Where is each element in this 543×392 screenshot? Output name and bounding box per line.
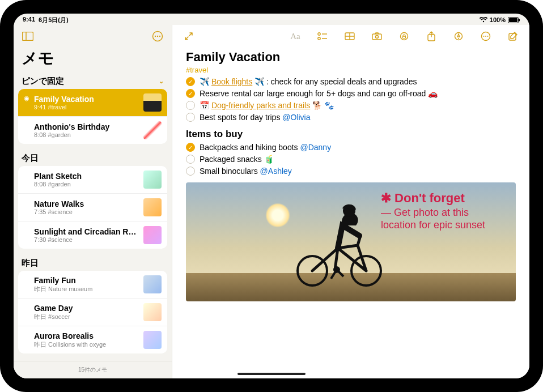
ipad-frame: 9:41 6月5日(月) ••• 100%: [0, 0, 543, 392]
checklist-item[interactable]: Small binoculars @Ashley: [186, 167, 516, 176]
note-thumbnail: [143, 198, 162, 216]
note-item-family-vacation[interactable]: ◉ Family Vacation 9:41 #travel: [18, 89, 167, 117]
more-menu-icon[interactable]: [149, 28, 166, 45]
chevron-down-icon: ⌄: [159, 78, 164, 85]
note-image[interactable]: ✱ Don't forget — Get photo at this locat…: [186, 182, 516, 301]
text-format-icon[interactable]: Aa: [287, 28, 304, 45]
note-item[interactable]: Sunlight and Circadian Rhy... 7:30 #scie…: [18, 221, 167, 249]
note-editor: Aa Family Vacation #travel: [172, 25, 529, 378]
status-date: 6月5日(月): [39, 16, 69, 24]
svg-point-7: [157, 36, 158, 37]
screen: 9:41 6月5日(月) ••• 100%: [14, 14, 529, 378]
mention[interactable]: @Danny: [300, 143, 331, 152]
mention[interactable]: @Ashley: [260, 167, 292, 176]
lock-icon[interactable]: [396, 28, 413, 45]
pin-icon: ◉: [24, 95, 29, 102]
note-item[interactable]: Nature Walks 7:35 #science: [18, 194, 167, 221]
svg-rect-1: [509, 18, 517, 22]
checkbox-icon[interactable]: [186, 167, 195, 176]
status-time: 9:41: [23, 16, 35, 24]
sidebar-footer: 15件のメモ: [14, 361, 172, 378]
note-item[interactable]: Anthonio's Birthday 8:08 #garden: [18, 117, 167, 144]
note-thumbnail: [143, 275, 162, 293]
battery-icon: [508, 17, 520, 23]
mention[interactable]: @Olivia: [282, 113, 310, 122]
note-thumbnail: [143, 331, 162, 349]
svg-point-17: [376, 36, 379, 39]
svg-rect-19: [403, 36, 406, 39]
note-thumbnail: [143, 226, 162, 244]
note-item[interactable]: Aurora Borealis 昨日 Collisions with oxyge: [18, 326, 167, 353]
share-icon[interactable]: [423, 28, 440, 45]
checklist-item[interactable]: ✓ ✈️ Book flights ✈️ : check for any spe…: [186, 77, 516, 86]
handwritten-annotation: ✱ Don't forget — Get photo at this locat…: [381, 190, 506, 232]
svg-rect-16: [372, 34, 381, 40]
svg-rect-2: [519, 19, 520, 21]
expand-icon[interactable]: [180, 28, 197, 45]
svg-point-8: [159, 36, 160, 37]
svg-rect-3: [23, 32, 33, 41]
note-thumbnail: [143, 93, 162, 112]
cyclist-silhouette: [281, 191, 394, 290]
battery-percent: 100%: [490, 16, 506, 23]
wifi-icon: [480, 17, 487, 23]
note-item[interactable]: Family Fun 昨日 Nature museum: [18, 271, 167, 299]
section-header-today[interactable]: 今日: [14, 150, 172, 166]
link[interactable]: Book flights: [211, 77, 252, 86]
checklist-item[interactable]: ✓ Backpacks and hiking boots @Danny: [186, 143, 516, 152]
checkbox-icon[interactable]: ✓: [186, 89, 195, 98]
note-thumbnail: [143, 121, 162, 139]
note-thumbnail: [143, 303, 162, 321]
note-subheading: Items to buy: [186, 129, 516, 140]
table-icon[interactable]: [341, 28, 358, 45]
checkbox-icon[interactable]: ✓: [186, 77, 195, 86]
checkbox-icon[interactable]: [186, 113, 195, 122]
section-header-pinned[interactable]: ピンで固定 ⌄: [14, 73, 172, 89]
checkbox-icon[interactable]: ✓: [186, 143, 195, 152]
checkbox-icon[interactable]: [186, 101, 195, 110]
checkbox-icon[interactable]: [186, 155, 195, 164]
checklist-icon[interactable]: [314, 28, 331, 45]
section-header-yesterday[interactable]: 昨日: [14, 254, 172, 271]
note-content[interactable]: Family Vacation #travel ✓ ✈️ Book flight…: [172, 48, 529, 378]
svg-point-11: [318, 37, 320, 40]
calendar-icon: 📅: [200, 101, 209, 110]
checklist-item[interactable]: 📅 Dog-friendly parks and trails 🐕 🐾: [186, 101, 516, 110]
sidebar: メモ ピンで固定 ⌄ ◉ Family Vacation 9:41 #trave…: [14, 25, 172, 378]
sidebar-toggle-icon[interactable]: [19, 28, 36, 45]
status-bar: 9:41 6月5日(月) ••• 100%: [14, 14, 529, 25]
home-indicator[interactable]: [237, 373, 306, 375]
note-tag[interactable]: #travel: [186, 66, 516, 74]
checklist-item[interactable]: ✓ Reserve rental car large enough for 5+…: [186, 89, 516, 98]
note-item[interactable]: Game Day 昨日 #soccer: [18, 299, 167, 326]
checklist-item[interactable]: Packaged snacks 🧃: [186, 155, 516, 164]
compose-icon[interactable]: [504, 28, 521, 45]
svg-point-24: [485, 36, 486, 37]
more-icon[interactable]: [477, 28, 494, 45]
note-title: Family Vacation: [186, 50, 516, 65]
svg-point-9: [318, 33, 320, 35]
camera-icon[interactable]: [368, 28, 385, 45]
sidebar-title: メモ: [14, 48, 172, 73]
link[interactable]: Dog-friendly parks and trails: [211, 101, 310, 110]
svg-point-6: [155, 36, 156, 37]
markup-icon[interactable]: [450, 28, 467, 45]
svg-point-23: [483, 36, 485, 37]
checklist-item[interactable]: Best spots for day trips @Olivia: [186, 113, 516, 122]
svg-point-25: [487, 36, 489, 37]
note-item[interactable]: Plant Sketch 8:08 #garden: [18, 166, 167, 194]
note-thumbnail: [143, 171, 162, 189]
